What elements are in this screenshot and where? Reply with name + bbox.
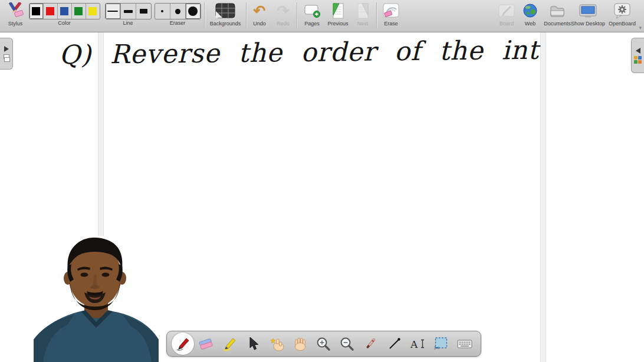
page-navigator-tab[interactable] — [0, 38, 13, 70]
tool-zoom-in[interactable] — [313, 332, 334, 356]
color-swatch[interactable] — [44, 4, 58, 19]
page-margin-right — [540, 32, 546, 362]
library-tab[interactable] — [631, 38, 644, 73]
eraser-label: Eraser — [170, 20, 186, 26]
eraser-option[interactable] — [186, 4, 201, 19]
text-cursor-icon: A — [409, 336, 427, 351]
backgrounds-button[interactable]: Backgrounds — [206, 1, 244, 27]
tool-selector[interactable] — [242, 332, 264, 356]
toolbar-separator — [297, 2, 297, 28]
board-mode-icon — [498, 1, 515, 20]
eraser-option[interactable] — [170, 4, 186, 19]
arrow-cursor-icon — [245, 336, 261, 351]
line-option[interactable] — [136, 4, 151, 19]
pointer-stick-icon — [363, 336, 379, 352]
tool-draw-line[interactable] — [383, 332, 405, 356]
page-stack-icon — [4, 54, 9, 61]
line-label: Line — [123, 20, 133, 26]
swatch-color — [60, 7, 68, 15]
previous-page-icon — [330, 1, 346, 20]
tool-eraser[interactable] — [195, 332, 217, 356]
eraser-group: Eraser — [155, 1, 201, 26]
next-page-label: Next — [357, 21, 369, 27]
board-mode-label: Board — [500, 21, 514, 27]
web-mode-label: Web — [525, 21, 535, 27]
redo-icon: ↷ — [277, 1, 290, 20]
tool-zoom-out[interactable] — [336, 332, 358, 356]
color-swatch[interactable] — [58, 4, 72, 19]
next-page-button[interactable]: Next — [351, 1, 374, 27]
erase-page-button[interactable]: Erase — [379, 1, 403, 27]
presenter-webcam-overlay — [27, 236, 164, 362]
library-grid-icon — [634, 56, 642, 64]
stylus-label: Stylus — [8, 21, 23, 27]
magnifier-plus-icon — [316, 336, 331, 352]
openboard-settings-button[interactable]: OpenBoard — [605, 1, 639, 27]
tool-pan[interactable] — [290, 332, 311, 356]
documents-button[interactable]: Documents — [541, 1, 573, 27]
pages-button[interactable]: Pages — [300, 1, 324, 27]
line-option[interactable] — [121, 4, 136, 19]
redo-button[interactable]: ↷ Redo — [272, 1, 294, 27]
openboard-gear-icon — [614, 1, 630, 20]
stylus-toolbar: A ✂ — [166, 331, 481, 357]
toolbar-separator — [204, 2, 205, 28]
tool-laser-pointer[interactable] — [360, 332, 382, 356]
tool-pen[interactable] — [172, 332, 193, 356]
board-mode-button[interactable]: Board — [494, 1, 519, 27]
color-label: Color — [58, 20, 71, 26]
previous-page-label: Previous — [327, 21, 348, 27]
erase-page-icon — [383, 1, 399, 20]
toolbar-separator — [376, 2, 377, 28]
eraser-size-box — [155, 3, 201, 19]
svg-text:A: A — [410, 338, 418, 350]
swatch-color — [46, 7, 54, 15]
color-swatch-box[interactable] — [29, 3, 100, 19]
line-option[interactable] — [106, 4, 121, 19]
eraser-icon — [198, 335, 214, 352]
pages-icon — [304, 1, 320, 20]
tool-highlighter[interactable] — [219, 332, 241, 356]
show-desktop-label: Show Desktop — [571, 21, 605, 27]
tool-write-text[interactable]: A — [407, 332, 429, 356]
stylus-button[interactable]: Stylus — [2, 1, 28, 27]
show-desktop-icon — [579, 1, 597, 20]
yellow-marker-icon — [221, 335, 238, 352]
capture-area-icon: ✂ — [433, 335, 449, 352]
erase-page-label: Erase — [384, 21, 398, 27]
swatch-color — [32, 7, 40, 15]
eraser-option[interactable] — [155, 4, 170, 19]
web-mode-button[interactable]: Web — [520, 1, 540, 27]
next-page-icon — [355, 1, 370, 20]
redo-label: Redo — [277, 21, 290, 27]
expand-left-icon — [636, 48, 640, 54]
color-swatch[interactable] — [86, 4, 100, 19]
tool-interact[interactable] — [266, 332, 288, 356]
openboard-label: OpenBoard — [609, 21, 636, 27]
keyboard-icon — [456, 335, 473, 352]
swatch-color — [88, 7, 97, 15]
red-pen-icon — [175, 335, 191, 352]
color-swatch[interactable] — [72, 4, 86, 19]
documents-folder-icon — [549, 1, 566, 20]
previous-page-button[interactable]: Previous — [325, 1, 351, 27]
pages-label: Pages — [304, 21, 320, 27]
expand-right-icon — [4, 46, 9, 52]
undo-label: Undo — [253, 21, 266, 27]
color-group: Color — [28, 1, 100, 26]
show-desktop-button[interactable]: Show Desktop — [570, 1, 606, 27]
handwritten-text: Q) Reverse the order of the int — [59, 35, 539, 70]
toolbar-overflow-caret[interactable]: ▾ — [639, 25, 642, 31]
tool-capture[interactable]: ✂ — [431, 332, 452, 356]
swatch-color — [74, 7, 83, 15]
undo-icon: ↶ — [254, 1, 266, 20]
open-hand-icon — [292, 335, 308, 352]
tool-virtual-keyboard[interactable] — [454, 332, 476, 356]
stylus-icon — [5, 1, 25, 20]
undo-button[interactable]: ↶ Undo — [248, 1, 271, 27]
backgrounds-icon — [215, 1, 235, 20]
magnifier-minus-icon — [339, 336, 355, 352]
magic-finger-icon — [268, 335, 285, 352]
svg-text:✂: ✂ — [434, 344, 439, 351]
color-swatch[interactable] — [29, 4, 44, 19]
